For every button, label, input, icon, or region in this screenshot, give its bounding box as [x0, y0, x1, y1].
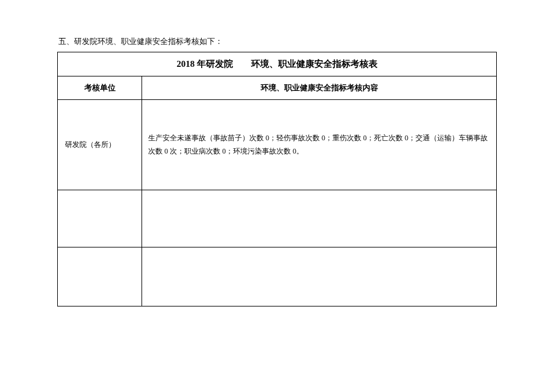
content-cell [142, 247, 497, 306]
intro-text: 五、研发院环境、职业健康安全指标考核如下： [58, 36, 497, 47]
content-cell: 生产安全未遂事故（事故苗子）次数 0；轻伤事故次数 0；重伤次数 0；死亡次数 … [142, 100, 497, 190]
table-title-row: 2018 年研发院环境、职业健康安全指标考核表 [58, 52, 497, 76]
title-part1: 2018 年研发院 [176, 59, 233, 69]
assessment-table: 2018 年研发院环境、职业健康安全指标考核表 考核单位 环境、职业健康安全指标… [57, 52, 497, 306]
table-header-row: 考核单位 环境、职业健康安全指标考核内容 [58, 76, 497, 100]
unit-cell: 研发院（各所） [58, 100, 142, 190]
unit-cell [58, 190, 142, 247]
header-content: 环境、职业健康安全指标考核内容 [142, 76, 497, 100]
header-unit: 考核单位 [58, 76, 142, 100]
unit-cell [58, 247, 142, 306]
table-row [58, 247, 497, 306]
table-row [58, 190, 497, 247]
table-row: 研发院（各所） 生产安全未遂事故（事故苗子）次数 0；轻伤事故次数 0；重伤次数… [58, 100, 497, 190]
content-cell [142, 190, 497, 247]
table-title-cell: 2018 年研发院环境、职业健康安全指标考核表 [58, 52, 497, 76]
title-part2: 环境、职业健康安全指标考核表 [251, 59, 378, 69]
